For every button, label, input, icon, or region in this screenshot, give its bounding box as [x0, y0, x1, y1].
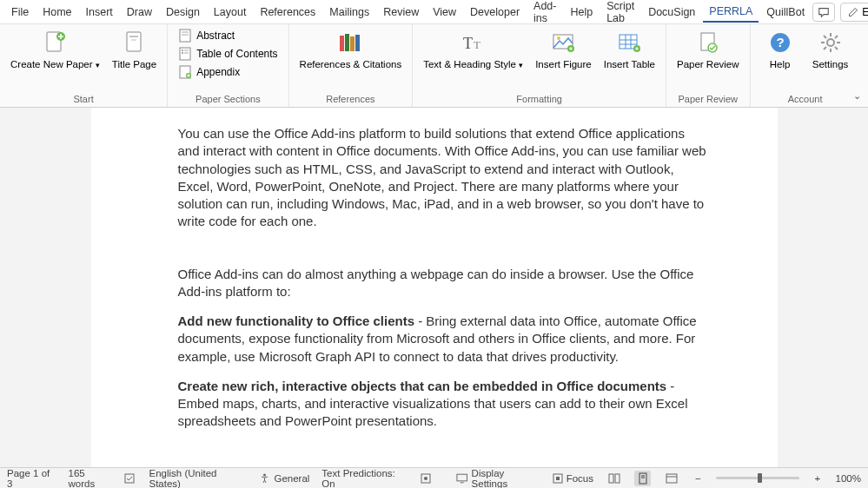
abstract-button[interactable]: Abstract: [175, 27, 281, 44]
doc-p4-bold: Create new rich, interactive objects tha…: [178, 379, 667, 393]
ribbon: Create New Paper ▾ Title Page Start Abst…: [0, 24, 868, 108]
text-heading-style-button[interactable]: TT Text & Heading Style ▾: [420, 27, 527, 73]
gear-icon: [817, 29, 845, 56]
text-predictions-indicator[interactable]: Text Predictions: On: [321, 468, 407, 489]
svg-rect-57: [666, 474, 677, 483]
accessibility-indicator[interactable]: General: [259, 472, 309, 484]
abstract-icon: [178, 29, 192, 43]
tab-quillbot[interactable]: QuillBot: [760, 3, 811, 22]
text-heading-label: Text & Heading Style: [423, 59, 516, 69]
title-page-button[interactable]: Title Page: [109, 27, 160, 72]
group-formatting-label: Formatting: [420, 92, 659, 106]
accessibility-label: General: [274, 473, 309, 484]
svg-rect-18: [350, 36, 354, 51]
group-start-label: Start: [7, 92, 160, 106]
appendix-button[interactable]: Appendix: [175, 63, 281, 81]
doc-paragraph-2[interactable]: Office Add-ins can do almost anything a …: [178, 266, 708, 301]
paper-review-button[interactable]: Paper Review: [673, 27, 743, 72]
zoom-out-button[interactable]: −: [692, 473, 704, 484]
zoom-slider[interactable]: [716, 477, 799, 479]
insert-table-button[interactable]: Insert Table: [600, 27, 659, 72]
svg-rect-51: [556, 477, 560, 480]
doc-paragraph-4[interactable]: Create new rich, interactive objects tha…: [178, 378, 708, 431]
page-indicator[interactable]: Page 1 of 3: [7, 468, 56, 489]
accessibility-icon: [259, 472, 270, 484]
comments-button[interactable]: [812, 3, 835, 22]
chevron-down-icon: ▾: [519, 61, 523, 69]
appendix-label: Appendix: [196, 66, 240, 78]
svg-line-41: [835, 47, 838, 49]
group-references: References & Citations References: [289, 24, 414, 107]
doc-paragraph-3[interactable]: Add new functionality to Office clients …: [178, 313, 708, 366]
group-start: Create New Paper ▾ Title Page Start: [0, 24, 168, 107]
svg-rect-52: [609, 474, 613, 483]
display-settings-button[interactable]: Display Settings: [456, 468, 540, 489]
references-citations-button[interactable]: References & Citations: [296, 27, 406, 72]
print-layout-button[interactable]: [634, 471, 651, 486]
svg-line-42: [824, 47, 826, 49]
toc-label: Table of Contents: [196, 48, 277, 60]
tab-developer[interactable]: Developer: [464, 3, 526, 22]
tab-addins[interactable]: Add-ins: [527, 0, 562, 28]
tab-layout[interactable]: Layout: [208, 3, 253, 22]
read-mode-button[interactable]: [606, 471, 622, 486]
word-count[interactable]: 165 words: [69, 468, 113, 489]
spell-check-icon[interactable]: [124, 472, 136, 485]
tab-review[interactable]: Review: [377, 3, 425, 22]
monitor-icon: [456, 473, 467, 484]
focus-button[interactable]: Focus: [553, 473, 593, 484]
display-settings-label: Display Settings: [472, 468, 540, 489]
focus-label: Focus: [567, 473, 593, 484]
language-indicator[interactable]: English (United States): [149, 468, 247, 489]
menu-tabs: File Home Insert Draw Design Layout Refe…: [0, 0, 868, 24]
chevron-down-icon: ▾: [96, 61, 100, 69]
help-button[interactable]: ? Help: [758, 27, 803, 72]
paper-review-icon: [694, 29, 722, 56]
svg-rect-17: [345, 34, 349, 51]
toc-button[interactable]: Table of Contents: [175, 45, 281, 63]
tab-scriptlab[interactable]: Script Lab: [600, 0, 640, 28]
create-new-paper-button[interactable]: Create New Paper ▾: [7, 27, 103, 73]
svg-rect-44: [125, 474, 134, 483]
zoom-level[interactable]: 100%: [836, 473, 861, 484]
group-paper-review: Paper Review Paper Review: [666, 24, 751, 107]
tab-docusign[interactable]: DocuSign: [642, 3, 701, 22]
svg-rect-19: [355, 35, 360, 51]
editing-label: Editing: [862, 6, 868, 18]
svg-text:T: T: [463, 35, 473, 52]
tab-view[interactable]: View: [427, 3, 462, 22]
tab-file[interactable]: File: [5, 3, 35, 22]
help-label: Help: [770, 59, 791, 70]
pencil-icon: [848, 7, 858, 17]
macro-icon[interactable]: [420, 472, 432, 485]
tab-draw[interactable]: Draw: [121, 3, 158, 22]
collapse-ribbon-button[interactable]: ⌄: [853, 90, 861, 102]
comment-icon: [818, 6, 830, 18]
tab-mailings[interactable]: Mailings: [323, 3, 375, 22]
svg-text:T: T: [474, 38, 480, 51]
document-area[interactable]: You can use the Office Add-ins platform …: [0, 108, 868, 467]
web-layout-button[interactable]: [663, 471, 679, 486]
title-controls: Editing ▾ ▾: [812, 3, 868, 22]
tab-help[interactable]: Help: [564, 3, 599, 22]
tab-perrla[interactable]: PERRLA: [703, 2, 759, 23]
tab-home[interactable]: Home: [36, 3, 77, 22]
insert-table-label: Insert Table: [604, 59, 655, 70]
zoom-thumb[interactable]: [758, 473, 762, 483]
zoom-in-button[interactable]: +: [812, 473, 823, 484]
tab-insert[interactable]: Insert: [80, 3, 119, 22]
doc-paragraph-1[interactable]: You can use the Office Add-ins platform …: [178, 125, 708, 231]
insert-figure-button[interactable]: Insert Figure: [532, 27, 595, 72]
document-page[interactable]: You can use the Office Add-ins platform …: [91, 108, 778, 467]
svg-rect-16: [340, 36, 344, 51]
focus-icon: [553, 473, 563, 484]
tab-design[interactable]: Design: [160, 3, 206, 22]
settings-button[interactable]: Settings: [808, 27, 853, 72]
create-new-paper-label: Create New Paper: [10, 59, 93, 69]
help-icon: ?: [766, 29, 794, 56]
toc-icon: [178, 47, 192, 61]
tab-references[interactable]: References: [254, 3, 321, 22]
editing-mode-button[interactable]: Editing ▾: [840, 3, 868, 22]
table-icon: [615, 29, 643, 56]
svg-point-35: [827, 39, 834, 46]
